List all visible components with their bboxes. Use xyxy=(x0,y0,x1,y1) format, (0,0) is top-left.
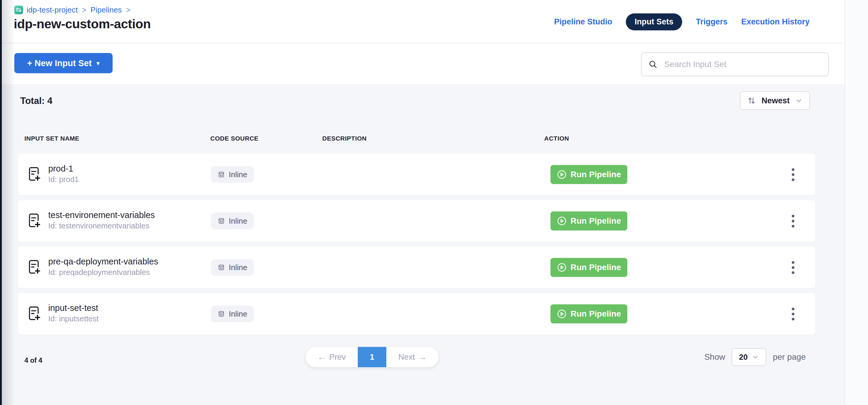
input-set-id: Id: inputsettest xyxy=(48,314,99,324)
caret-down-icon: ▾ xyxy=(96,60,100,67)
run-pipeline-label: Run Pipeline xyxy=(570,170,621,179)
column-header-action: ACTION xyxy=(544,135,569,142)
show-label: Show xyxy=(704,352,725,362)
right-panel-gutter xyxy=(844,0,868,405)
breadcrumb-pipelines-link[interactable]: Pipelines xyxy=(91,5,122,14)
chevron-down-icon xyxy=(795,97,803,104)
input-set-name[interactable]: input-set-test xyxy=(48,303,99,314)
breadcrumb-separator: > xyxy=(81,6,87,14)
input-set-icon xyxy=(27,166,42,182)
pagination-control: ← Prev 1 Next → xyxy=(306,347,438,367)
code-source-value: Inline xyxy=(229,217,247,226)
new-input-set-button[interactable]: + New Input Set ▾ xyxy=(14,53,113,73)
prev-page-button[interactable]: ← Prev xyxy=(306,347,358,367)
code-source-value: Inline xyxy=(229,309,247,319)
run-pipeline-button[interactable]: Run Pipeline xyxy=(551,165,627,184)
input-set-name[interactable]: pre-qa-deployment-variables xyxy=(48,256,158,267)
inline-store-icon xyxy=(217,170,225,178)
play-icon xyxy=(557,309,567,319)
run-pipeline-button[interactable]: Run Pipeline xyxy=(551,212,627,230)
pipeline-logo-icon xyxy=(14,6,23,14)
input-set-name-block: test-environement-variables Id: testenvi… xyxy=(48,210,155,231)
pagination-count-label: 4 of 4 xyxy=(24,356,42,365)
pipeline-tabs: Pipeline Studio Input Sets Triggers Exec… xyxy=(554,0,810,43)
table-row[interactable]: pre-qa-deployment-variables Id: preqadep… xyxy=(18,247,815,288)
per-page-label: per page xyxy=(773,352,806,362)
column-header-input-set-name: INPUT SET NAME xyxy=(24,135,79,142)
column-header-description: DESCRIPTION xyxy=(322,135,367,142)
breadcrumb: idp-test-project > Pipelines > xyxy=(14,5,131,14)
page-size-value: 20 xyxy=(739,352,748,362)
input-set-id: Id: testenvironementvariables xyxy=(48,221,155,231)
tab-input-sets-active[interactable]: Input Sets xyxy=(626,13,682,30)
total-count-label: Total: 4 xyxy=(20,96,53,106)
run-pipeline-button[interactable]: Run Pipeline xyxy=(551,258,627,277)
run-pipeline-label: Run Pipeline xyxy=(570,263,621,272)
kebab-menu[interactable] xyxy=(786,165,800,183)
input-set-icon xyxy=(27,213,42,228)
code-source-badge: Inline xyxy=(211,306,254,322)
prev-label: Prev xyxy=(329,352,346,362)
table-header-row: INPUT SET NAME CODE SOURCE DESCRIPTION A… xyxy=(0,135,844,144)
run-pipeline-label: Run Pipeline xyxy=(570,309,621,319)
page-title: idp-new-custom-action xyxy=(14,17,151,31)
input-set-name-block: input-set-test Id: inputsettest xyxy=(48,303,99,324)
run-pipeline-button[interactable]: Run Pipeline xyxy=(551,304,627,323)
kebab-menu[interactable] xyxy=(786,212,800,230)
sort-arrows-icon xyxy=(747,96,756,105)
arrow-left-icon: ← xyxy=(317,352,326,362)
kebab-menu[interactable] xyxy=(786,258,800,276)
page-header: idp-test-project > Pipelines > idp-new-c… xyxy=(0,0,844,43)
inline-store-icon xyxy=(217,310,225,318)
input-set-id: Id: prod1 xyxy=(48,174,79,185)
page-size-control: Show 20 per page xyxy=(704,348,806,366)
play-icon xyxy=(557,216,567,226)
inline-store-icon xyxy=(217,263,225,271)
table-row[interactable]: input-set-test Id: inputsettest Inline R… xyxy=(18,293,815,335)
chevron-down-icon xyxy=(752,353,759,361)
input-set-id: Id: preqadeploymentvariables xyxy=(48,267,158,278)
tab-pipeline-studio[interactable]: Pipeline Studio xyxy=(554,17,612,27)
code-source-badge: Inline xyxy=(211,166,254,183)
next-label: Next xyxy=(398,352,415,362)
search-box xyxy=(641,53,829,76)
sort-value: Newest xyxy=(762,96,790,105)
run-pipeline-label: Run Pipeline xyxy=(570,216,621,226)
code-source-badge: Inline xyxy=(211,259,254,276)
code-source-badge: Inline xyxy=(211,213,254,229)
code-source-value: Inline xyxy=(229,170,247,179)
input-set-rows: prod-1 Id: prod1 Inline Run Pipeline xyxy=(18,154,815,340)
play-icon xyxy=(557,169,567,180)
search-input[interactable] xyxy=(641,53,829,76)
inline-store-icon xyxy=(217,217,225,225)
table-row[interactable]: test-environement-variables Id: testenvi… xyxy=(18,200,815,242)
arrow-right-icon: → xyxy=(418,352,427,362)
column-header-code-source: CODE SOURCE xyxy=(210,135,258,142)
code-source-value: Inline xyxy=(229,263,247,272)
input-set-name[interactable]: prod-1 xyxy=(48,163,79,174)
input-set-icon xyxy=(27,259,42,275)
kebab-menu[interactable] xyxy=(786,305,800,323)
search-icon xyxy=(648,60,658,69)
input-set-name[interactable]: test-environement-variables xyxy=(48,210,155,221)
page-number-button[interactable]: 1 xyxy=(358,347,386,367)
input-sets-list-panel: Total: 4 Newest INPUT SET NAME CODE SOUR… xyxy=(0,86,844,405)
next-page-button[interactable]: Next → xyxy=(386,347,438,367)
play-icon xyxy=(557,262,567,273)
sort-dropdown[interactable]: Newest xyxy=(740,91,810,110)
table-row[interactable]: prod-1 Id: prod1 Inline Run Pipeline xyxy=(18,154,815,195)
input-set-name-block: prod-1 Id: prod1 xyxy=(48,163,79,185)
tab-execution-history[interactable]: Execution History xyxy=(741,17,810,27)
collapsed-side-nav[interactable] xyxy=(0,0,2,405)
page-size-select[interactable]: 20 xyxy=(732,348,766,366)
input-set-icon xyxy=(27,306,42,321)
new-input-set-label: + New Input Set xyxy=(27,58,92,68)
breadcrumb-project-link[interactable]: idp-test-project xyxy=(27,5,78,14)
tab-triggers[interactable]: Triggers xyxy=(696,17,728,27)
input-set-name-block: pre-qa-deployment-variables Id: preqadep… xyxy=(48,256,158,278)
breadcrumb-separator: > xyxy=(125,6,131,14)
input-sets-toolbar: + New Input Set ▾ xyxy=(0,44,844,86)
